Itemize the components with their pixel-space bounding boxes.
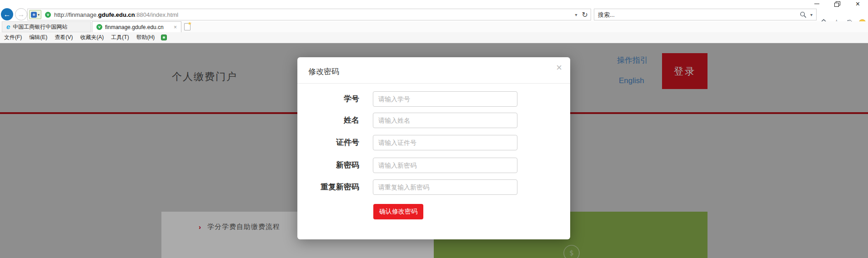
minimize-icon [814,4,819,4]
repeat-password-input[interactable] [373,179,517,195]
zone-dropdown-icon: ▾ [38,13,40,17]
address-bar[interactable]: + ▾ v http://finmanage.gdufe.edu.cn:8804… [27,9,591,20]
field-label: 学号 [297,91,359,107]
field-row-student-id: 学号 [297,91,570,107]
new-tab-button[interactable]: ★ [184,23,191,30]
refresh-icon[interactable]: ↻ [582,10,588,19]
forward-button[interactable]: → [15,8,27,20]
student-id-input[interactable] [373,91,517,107]
close-window-button[interactable]: × [848,0,868,8]
url-text: http://finmanage.gdufe.edu.cn:8804/index… [54,11,178,18]
back-button[interactable]: ← [1,8,13,20]
search-box-icons: ▾ [800,11,816,18]
name-input[interactable] [373,113,517,128]
field-label: 证件号 [297,135,359,150]
address-bar-controls: ▾ ↻ [575,9,588,20]
menu-tools[interactable]: 工具(T) [111,34,129,41]
field-label: 重复新密码 [297,179,359,195]
search-icon[interactable] [800,11,807,18]
site-favicon-icon: v [96,24,102,30]
change-password-dialog: 修改密码 × 学号 姓名 证件号 新密码 重复新密码 确认修改密码 [297,57,570,239]
search-input[interactable] [594,11,800,18]
compatibility-zone-button[interactable]: + ▾ [29,10,41,19]
tab-icbc[interactable]: e 中国工商银行中国网站 [2,21,91,32]
tab-label: finmanage.gdufe.edu.cn [105,24,164,30]
field-row-name: 姓名 [297,113,570,128]
search-box: ▾ [594,9,817,20]
tab-finmanage-active[interactable]: v finmanage.gdufe.edu.cn × [92,21,181,32]
menu-file[interactable]: 文件(F) [4,34,22,41]
menu-favorites[interactable]: 收藏夹(A) [80,34,104,41]
search-dropdown-icon[interactable]: ▾ [810,12,813,17]
window-controls: × [807,0,868,8]
dialog-close-icon[interactable]: × [556,63,562,73]
window-title-bar: × [0,0,868,8]
dialog-title: 修改密码 [308,66,339,77]
dialog-divider [297,83,570,84]
zone-plus-icon: + [31,12,37,18]
new-password-input[interactable] [373,158,517,173]
menu-bar: 文件(F) 编辑(E) 查看(V) 收藏夹(A) 工具(T) 帮助(H) [0,32,868,43]
minimize-button[interactable] [807,0,827,8]
menu-view[interactable]: 查看(V) [55,34,73,41]
field-row-new-password: 新密码 [297,158,570,173]
restore-button[interactable] [827,0,848,8]
menu-help[interactable]: 帮助(H) [136,34,155,41]
id-number-input[interactable] [373,135,517,150]
restore-icon [834,1,840,7]
plugin-icon[interactable] [161,35,167,40]
browser-chrome: × ← → + ▾ v http://finmanage.gdufe.edu.c… [0,0,868,43]
url-dropdown-icon[interactable]: ▾ [575,12,577,17]
confirm-change-password-button[interactable]: 确认修改密码 [373,204,423,219]
tab-close-icon[interactable]: × [174,24,177,30]
field-row-id-number: 证件号 [297,135,570,150]
tab-bar: e 中国工商银行中国网站 v finmanage.gdufe.edu.cn × … [0,21,868,32]
menu-edit[interactable]: 编辑(E) [29,34,47,41]
field-label: 姓名 [297,113,359,128]
field-label: 新密码 [297,158,359,173]
site-favicon-icon: v [45,12,51,18]
field-row-repeat-password: 重复新密码 [297,179,570,195]
tab-label: 中国工商银行中国网站 [13,23,67,31]
address-row: ← → + ▾ v http://finmanage.gdufe.edu.cn:… [0,8,868,21]
ie-logo-icon: e [6,24,10,30]
new-tab-star-icon: ★ [188,21,192,26]
